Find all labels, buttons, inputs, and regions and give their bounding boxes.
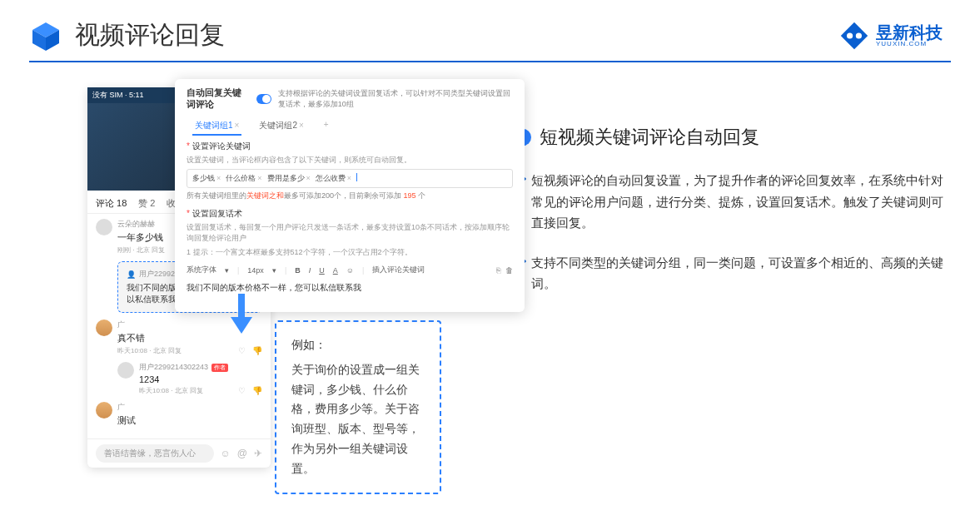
delete-icon[interactable]: 🗑 [505, 266, 513, 275]
emoji-icon[interactable]: ☺ [221, 448, 231, 459]
chevron-down-icon: ▾ [225, 266, 229, 275]
reply-section-hint: 1 提示：一个富文本框最多支持512个字符，一个汉字占用2个字符。 [187, 247, 513, 258]
svg-marker-3 [841, 22, 868, 48]
avatar [96, 319, 112, 336]
svg-rect-6 [238, 294, 245, 319]
tag-remove-icon[interactable]: × [306, 174, 311, 182]
input-icons: ☺ @ ✈ [221, 448, 262, 459]
page-header: 视频评论回复 昱新科技 YUUXIN.COM [0, 0, 980, 61]
bullet-text: 支持不同类型的关键词分组，同一类问题，可设置多个相近的、高频的关键词。 [531, 252, 951, 295]
like-icons[interactable]: ♡ 👎 [238, 386, 262, 395]
insert-keyword-button[interactable]: 插入评论关键词 [372, 265, 425, 275]
editor-right-icons: ⎘ 🗑 [496, 266, 513, 275]
comment-meta-text: 昨天10:08 · 北京 回复 [139, 386, 203, 395]
page-title: 视频评论回复 [75, 18, 225, 52]
kw-tab-2[interactable]: 关键词组2× [251, 117, 311, 134]
kw-tab-1[interactable]: 关键词组1× [187, 117, 247, 134]
tab-close-icon[interactable]: × [235, 121, 240, 130]
note-highlight: 关键词之和 [246, 191, 284, 200]
user-icon: 👤 [127, 270, 136, 279]
bullet-text: 短视频评论的自动回复设置，为了提升作者的评论回复效率，在系统中针对常见的评论用户… [531, 170, 951, 234]
reply-username: 用户2299214302243 [139, 362, 208, 373]
bold-button[interactable]: B [295, 266, 301, 275]
svg-marker-7 [231, 317, 252, 334]
kw-tag: 多少钱× [192, 173, 221, 184]
avatar [117, 362, 134, 379]
note-remain: 195 [404, 191, 416, 200]
font-family-select[interactable]: 系统字体 [187, 265, 216, 275]
left-column: 没有 SIM · 5:11 各有力有限 直笑口有酒 评论 18 赞 2 收藏 云… [29, 79, 491, 313]
comment-item: 广 测试 [96, 402, 262, 427]
reply-section: 设置回复话术 设置回复话术，每回复一个用户评论只发送一条话术，最多支持设置10条… [187, 208, 513, 297]
kw-section-title: 设置评论关键词 [187, 141, 513, 152]
italic-button[interactable]: I [309, 266, 311, 275]
header-left: 视频评论回复 [29, 18, 225, 52]
kw-tag-text: 多少钱 [192, 174, 215, 182]
auto-reply-toggle[interactable] [256, 94, 271, 104]
section-title: 短视频关键词评论自动回复 [540, 125, 759, 150]
comment-input-row: 善语结善缘，恶言伤人心 ☺ @ ✈ [87, 438, 271, 468]
at-icon[interactable]: @ [237, 448, 247, 459]
tab-close-icon[interactable]: × [299, 121, 304, 130]
header-divider [29, 61, 951, 62]
bullet-item: 支持不同类型的关键词分组，同一类问题，可设置多个相近的、高频的关键词。 [508, 252, 951, 295]
logo-en: YUUXIN.COM [876, 41, 943, 47]
chevron-down-icon: ▾ [272, 266, 276, 275]
tab-add-button[interactable]: + [316, 117, 337, 134]
tag-remove-icon[interactable]: × [347, 174, 351, 182]
tab-likes[interactable]: 赞 2 [138, 197, 155, 210]
svg-point-4 [847, 32, 853, 38]
auto-reply-label: 自动回复关键词评论 [187, 87, 250, 111]
comment-input[interactable]: 善语结善缘，恶言伤人心 [96, 444, 214, 463]
keyword-section: 设置评论关键词 设置关键词，当评论框内容包含了以下关键词，则系统可自动回复。 多… [187, 141, 513, 201]
svg-point-5 [856, 32, 862, 38]
content: 没有 SIM · 5:11 各有力有限 直笑口有酒 评论 18 赞 2 收藏 云… [0, 79, 980, 313]
logo-text: 昱新科技 YUUXIN.COM [876, 24, 943, 47]
right-column: 短视频关键词评论自动回复 短视频评论的自动回复设置，为了提升作者的评论回复效率，… [508, 79, 951, 313]
logo-cn: 昱新科技 [876, 24, 943, 41]
editor-toolbar: 系统字体▾ | 14px▾ | B I U A ☺ | 插入评论关键词 ⎘ 🗑 [187, 261, 513, 279]
auto-reply-desc: 支持根据评论的关键词设置回复话术，可以针对不同类型关键词设置回复话术，最多添加1… [278, 88, 513, 110]
like-icons[interactable]: ♡ 👎 [238, 346, 262, 355]
comment-meta: 昨天10:08 · 北京 回复 ♡ 👎 [139, 386, 262, 395]
comment-meta-text: 刚刚 · 北京 回复 [117, 245, 165, 255]
example-callout: 例如： 关于询价的设置成一组关键词，多少钱、什么价格，费用多少等。关于咨询班型、… [275, 320, 441, 494]
avatar [96, 402, 112, 419]
panel-header-row: 自动回复关键词评论 支持根据评论的关键词设置回复话术，可以针对不同类型关键词设置… [187, 87, 513, 111]
example-title: 例如： [291, 335, 425, 355]
example-body: 关于询价的设置成一组关键词，多少钱、什么价格，费用多少等。关于咨询班型、版本、型… [291, 360, 425, 479]
keyword-input[interactable]: 多少钱× 什么价格× 费用是多少× 怎么收费× [187, 169, 513, 188]
underline-button[interactable]: U [319, 266, 325, 275]
sub-reply: 用户2299214302243 作者 1234 昨天10:08 · 北京 回复 … [117, 362, 262, 395]
comment-meta: 昨天10:08 · 北京 回复 ♡ 👎 [117, 346, 262, 355]
kw-tag-text: 什么价格 [226, 174, 256, 182]
bullet-item: 短视频评论的自动回复设置，为了提升作者的评论回复效率，在系统中针对常见的评论用户… [508, 170, 951, 234]
comment-username: 广 [117, 402, 262, 413]
author-tag: 作者 [211, 364, 228, 372]
settings-panel: 自动回复关键词评论 支持根据评论的关键词设置回复话术，可以针对不同类型关键词设置… [175, 79, 525, 312]
color-button[interactable]: A [333, 266, 338, 275]
kw-tag: 什么价格× [226, 173, 261, 184]
tag-remove-icon[interactable]: × [257, 174, 261, 182]
emoji-button[interactable]: ☺ [346, 266, 354, 275]
tab-comments[interactable]: 评论 18 [96, 197, 127, 210]
note-part: 个 [416, 191, 426, 200]
avatar [96, 219, 112, 235]
brand-logo: 昱新科技 YUUXIN.COM [839, 21, 943, 51]
logo-diamond-icon [839, 21, 869, 51]
kw-tag-text: 怎么收费 [316, 174, 346, 182]
kw-section-desc: 设置关键词，当评论框内容包含了以下关键词，则系统可自动回复。 [187, 155, 513, 166]
keyword-group-tabs: 关键词组1× 关键词组2× + [187, 117, 513, 134]
cube-icon [29, 19, 62, 52]
tag-remove-icon[interactable]: × [216, 174, 221, 182]
comment-text: 测试 [117, 414, 262, 427]
copy-icon[interactable]: ⎘ [496, 266, 500, 275]
reply-section-title: 设置回复话术 [187, 208, 513, 220]
kw-tag: 费用是多少× [267, 173, 311, 184]
reply-user: 用户2299214302243 作者 [139, 362, 262, 373]
font-size-select[interactable]: 14px [247, 266, 264, 275]
kw-tag-text: 费用是多少 [267, 174, 305, 182]
note-part: 所有关键词组里的 [187, 191, 246, 200]
send-icon[interactable]: ✈ [254, 448, 262, 459]
kw-tab-2-label: 关键词组2 [259, 121, 297, 130]
